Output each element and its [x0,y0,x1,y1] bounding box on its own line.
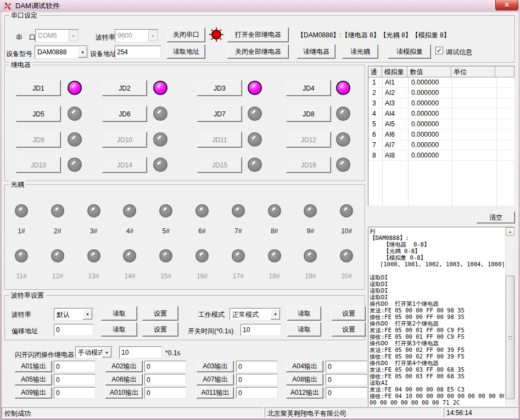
table-row[interactable]: 2AI20.000000 [368,88,515,98]
read-relays-button[interactable]: 读继电器 [297,44,336,59]
read-opto-button[interactable]: 读光耦 [342,44,378,59]
relay-button-jd4[interactable]: JD4 [286,80,331,96]
chevron-down-icon[interactable]: ▼ [271,309,280,320]
open-all-relays-button[interactable]: 打开全部继电器 [227,27,289,42]
relay-button-jd13[interactable]: JD13 [16,157,61,173]
scrollbar-thumb[interactable] [506,276,515,399]
workmode-read-button[interactable]: 读取 [287,306,321,321]
relay-button-jd11[interactable]: JD11 [197,132,242,148]
clear-log-button[interactable]: 清空 [477,211,515,223]
ao-output-button-a010[interactable]: A010输出 [105,387,143,399]
offset-read-button[interactable]: 读取 [101,322,137,337]
table-row[interactable]: 4AI40.000000 [368,109,515,119]
chevron-down-icon[interactable]: ▼ [83,309,92,320]
baud-set-button[interactable]: 设置 [142,306,178,321]
ao-output-input-a04[interactable] [326,361,367,372]
cell-channel: 7 [372,141,376,149]
analog-table[interactable]: 通 模拟量 数值 单位 1AI10.0000002AI20.0000003AI3… [368,66,515,206]
table-row[interactable]: 3AI30.000000 [368,98,515,109]
cell-value: 0.000000 [411,89,439,97]
switch-set-button[interactable]: 设置 [332,322,366,337]
offset-address-input[interactable] [54,324,93,336]
relay-button-jd1[interactable]: JD1 [16,80,61,96]
device-address-input[interactable] [115,46,161,58]
ao-output-input-a010[interactable] [144,387,186,399]
ao-output-input-a011[interactable] [236,387,278,399]
device-model-combobox[interactable]: DAM0888 ▼ [35,46,88,59]
relay-button-jd8[interactable]: JD8 [286,106,331,122]
workmode-set-button[interactable]: 设置 [332,306,366,321]
ao-output-button-a02[interactable]: A02输出 [105,361,143,372]
baud-set-combobox[interactable]: 默认 ▼ [54,308,93,321]
baud-read-button[interactable]: 读取 [101,306,137,321]
col-header-extra[interactable] [495,66,515,77]
read-address-button[interactable]: 读取地址 [167,44,205,59]
ao-output-input-a012[interactable] [326,387,367,399]
relay-button-jd3[interactable]: JD3 [197,80,242,96]
relay-button-jd16[interactable]: JD16 [286,157,331,173]
chevron-down-icon[interactable]: ▼ [78,47,87,58]
flash-mode-combobox[interactable]: 手动模式 ▼ [75,346,113,359]
table-row[interactable]: 8AI80.000000 [368,150,515,161]
relay-button-jd6[interactable]: JD6 [102,106,147,122]
offset-set-button[interactable]: 设置 [142,322,178,337]
log-scrollbar[interactable]: ▲ [505,227,515,406]
scroll-up-icon[interactable]: ▲ [506,227,515,236]
ao-output-button-a04[interactable]: A04输出 [286,361,323,372]
table-row[interactable]: 6AI60.000000 [368,130,515,140]
relay-led-5 [68,107,82,121]
ao-output-input-a02[interactable] [144,361,186,372]
switch-read-button[interactable]: 读取 [287,322,321,337]
cell-value: 0.000000 [411,110,439,117]
debug-log-panel[interactable]: 列 【DAM0888】: 【继电器 0-8】 【光耦 0-8】 【模拟量 0-8… [368,227,515,407]
ao-output-input-a08[interactable] [326,374,367,385]
table-row[interactable]: 5AI50.000000 [368,119,515,130]
col-header-value[interactable]: 数值 [407,66,451,77]
col-header-channel[interactable]: 通 [368,66,382,77]
relay-button-jd10[interactable]: JD10 [102,132,147,148]
close-serial-button[interactable]: 关闭串口 [167,27,205,42]
opto-label-3: 3# [83,227,105,235]
relay-button-jd12[interactable]: JD12 [286,132,331,148]
ao-output-input-a09[interactable] [54,387,96,399]
cell-value: 0.000000 [411,120,439,128]
relay-button-jd7[interactable]: JD7 [197,106,242,122]
ao-output-button-a01[interactable]: A01输出 [15,361,52,372]
flash-time-input[interactable] [119,346,162,359]
device-info-text: 【DAM0888】:【继电器 8】【光耦 8】【模拟量 8】 [297,31,450,40]
close-all-relays-button[interactable]: 关闭全部继电器 [227,44,289,59]
workmode-combobox[interactable]: 正常模式 ▼ [230,308,281,321]
col-header-analog[interactable]: 模拟量 [382,66,408,77]
ao-output-input-a05[interactable] [54,374,96,385]
ao-output-button-a011[interactable]: A011输出 [197,387,234,399]
table-row[interactable]: 1AI10.000000 [368,77,515,88]
relay-button-jd2[interactable]: JD2 [102,80,147,96]
ao-output-button-a03[interactable]: A03输出 [197,361,234,372]
ao-output-button-a09[interactable]: A09输出 [15,387,52,399]
relay-button-jd9[interactable]: JD9 [16,132,61,148]
opto-led-9 [304,204,317,217]
opto-label-10: 10# [336,227,357,235]
window-title: DAM调试软件 [15,1,60,11]
relay-led-16 [336,158,350,172]
col-header-unit[interactable]: 单位 [451,66,495,77]
relay-led-10 [153,132,167,147]
relay-button-jd15[interactable]: JD15 [197,157,242,173]
ao-output-button-a012[interactable]: A012输出 [286,387,323,399]
ao-output-button-a06[interactable]: A06输出 [105,374,143,385]
debug-info-checkbox[interactable]: ✓ [435,47,443,54]
relay-button-jd5[interactable]: JD5 [16,106,61,122]
table-row[interactable]: 7AI70.000000 [368,140,515,150]
ao-output-input-a07[interactable] [236,374,278,385]
ao-output-input-a06[interactable] [144,374,186,385]
ao-output-input-a01[interactable] [54,361,96,372]
relay-button-jd14[interactable]: JD14 [102,157,147,173]
close-button[interactable]: ✕ [495,0,518,10]
read-analog-button[interactable]: 读模拟量 [388,44,431,59]
ao-output-button-a05[interactable]: A05输出 [15,374,52,385]
ao-output-input-a03[interactable] [236,361,278,372]
switch-time-input[interactable] [241,324,281,336]
ao-output-button-a08[interactable]: A08输出 [286,374,323,385]
chevron-down-icon[interactable]: ▼ [102,348,111,357]
ao-output-button-a07[interactable]: A07输出 [197,374,234,385]
